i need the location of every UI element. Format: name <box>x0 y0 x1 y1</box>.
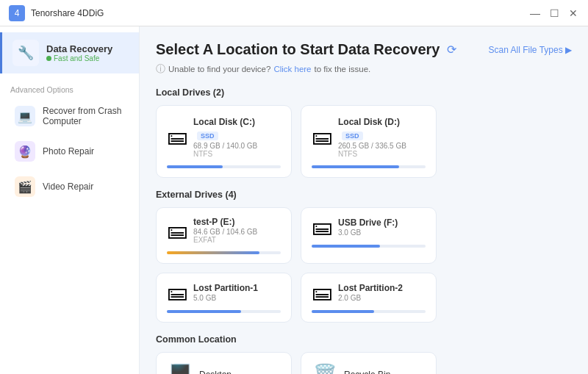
drive-lp1-info: Lost Partition-1 5.0 GB <box>193 283 281 302</box>
drive-f-bar <box>312 245 380 248</box>
drive-lp2-bar <box>312 310 374 313</box>
warning-link[interactable]: Click here <box>273 65 311 73</box>
crash-icon: 💻 <box>15 106 35 126</box>
close-button[interactable]: ✕ <box>567 7 579 19</box>
drive-card-lp2[interactable]: 🖴 Lost Partition-2 2.0 GB <box>301 273 437 323</box>
recycle-icon: 🗑️ <box>313 363 337 374</box>
drive-lp2-header: 🖴 Lost Partition-2 2.0 GB <box>312 282 426 303</box>
drive-e-name: test-P (E:) <box>193 217 281 227</box>
drive-c-name: Local Disk (C:) SSD <box>193 115 281 141</box>
external-drives-section-title: External Drives (4) <box>156 190 572 200</box>
drive-card-lp1[interactable]: 🖴 Lost Partition-1 5.0 GB <box>156 273 292 323</box>
drive-c-header: 🖴 Local Disk (C:) SSD 68.9 GB / 140.0 GB… <box>167 115 281 158</box>
app-logo-icon: 4 <box>9 5 25 21</box>
page-title: Select A Location to Start Data Recovery <box>156 41 440 58</box>
drive-lp2-bar-container <box>312 310 426 313</box>
app-body: 🔧 Data Recovery Fast and Safe Advanced O… <box>0 26 588 374</box>
drive-lp1-bar-container <box>167 310 281 313</box>
sidebar-item-video[interactable]: 🎬 Video Repair <box>4 170 135 203</box>
sidebar-item-data-recovery[interactable]: 🔧 Data Recovery Fast and Safe <box>0 32 139 73</box>
advanced-options-label: Advanced Options <box>0 76 139 98</box>
scan-all-link[interactable]: Scan All File Types ▶ <box>489 45 573 55</box>
drive-lp2-name: Lost Partition-2 <box>338 283 426 293</box>
drive-d-icon: 🖴 <box>312 126 332 147</box>
sidebar-item-photo[interactable]: 🔮 Photo Repair <box>4 135 135 168</box>
local-drives-section-title: Local Drives (2) <box>156 87 572 98</box>
drive-d-header: 🖴 Local Disk (D:) SSD 260.5 GB / 336.5 G… <box>312 115 426 158</box>
drive-lp1-bar <box>167 310 241 313</box>
location-recycle[interactable]: 🗑️ Recycle Bin <box>301 352 437 374</box>
drive-c-bar <box>167 165 223 168</box>
drive-lp2-icon: 🖴 <box>312 282 332 303</box>
desktop-icon: 🖥️ <box>168 363 192 374</box>
warning-row: ⓘ Unable to find your device? Click here… <box>156 62 572 76</box>
drive-d-info: Local Disk (D:) SSD 260.5 GB / 336.5 GB … <box>338 115 426 158</box>
drive-lp1-name: Lost Partition-1 <box>193 283 281 293</box>
sidebar-item-crash[interactable]: 💻 Recover from Crash Computer <box>4 100 135 132</box>
drive-f-info: USB Drive (F:) 3.0 GB <box>338 217 426 237</box>
drive-card-c[interactable]: 🖴 Local Disk (C:) SSD 68.9 GB / 140.0 GB… <box>156 105 292 178</box>
drive-d-bar-container <box>312 165 426 168</box>
drive-e-icon: 🖴 <box>167 220 187 241</box>
drive-d-fs: NTFS <box>338 150 426 158</box>
data-recovery-icon: 🔧 <box>12 40 39 66</box>
drive-lp1-size: 5.0 GB <box>193 294 281 302</box>
drive-c-icon: 🖴 <box>167 126 187 147</box>
main-content: Select A Location to Start Data Recovery… <box>140 26 588 374</box>
drive-d-bar <box>312 165 399 168</box>
drive-c-fs: NTFS <box>193 150 281 158</box>
drive-e-bar-container <box>167 251 281 254</box>
drive-d-size: 260.5 GB / 336.5 GB <box>338 142 426 150</box>
video-icon: 🎬 <box>15 176 35 197</box>
drive-d-name: Local Disk (D:) SSD <box>338 115 426 141</box>
refresh-icon[interactable]: ⟳ <box>447 43 456 57</box>
recycle-label: Recycle Bin <box>344 370 390 375</box>
drive-e-fs: EXFAT <box>193 236 281 244</box>
drive-lp2-info: Lost Partition-2 2.0 GB <box>338 283 426 302</box>
common-location-section-title: Common Location <box>156 334 572 345</box>
drive-c-ssd-badge: SSD <box>197 132 218 140</box>
drive-lp1-header: 🖴 Lost Partition-1 5.0 GB <box>167 282 281 303</box>
data-recovery-subtitle: Fast and Safe <box>46 54 112 62</box>
drive-card-d[interactable]: 🖴 Local Disk (D:) SSD 260.5 GB / 336.5 G… <box>301 105 437 178</box>
drive-c-info: Local Disk (C:) SSD 68.9 GB / 140.0 GB N… <box>193 115 281 158</box>
drive-d-ssd-badge: SSD <box>342 132 363 140</box>
photo-label: Photo Repair <box>43 146 94 157</box>
maximize-button[interactable]: ☐ <box>548 7 560 19</box>
warning-suffix: to fix the issue. <box>315 65 371 73</box>
crash-label: Recover from Crash Computer <box>43 106 124 126</box>
desktop-label: Desktop <box>199 370 232 375</box>
page-title-row: Select A Location to Start Data Recovery… <box>156 41 456 58</box>
page-header: Select A Location to Start Data Recovery… <box>156 41 572 58</box>
app-title: Tenorshare 4DDiG <box>31 8 104 18</box>
drive-f-name: USB Drive (F:) <box>338 217 426 228</box>
drive-card-e[interactable]: 🖴 test-P (E:) 84.6 GB / 104.6 GB EXFAT <box>156 207 292 264</box>
minimize-button[interactable]: — <box>529 7 541 19</box>
external-drives-grid: 🖴 test-P (E:) 84.6 GB / 104.6 GB EXFAT 🖴 <box>156 207 572 323</box>
drive-lp2-size: 2.0 GB <box>338 294 426 302</box>
drive-card-f[interactable]: 🖴 USB Drive (F:) 3.0 GB <box>301 207 437 264</box>
sidebar: 🔧 Data Recovery Fast and Safe Advanced O… <box>0 26 140 374</box>
drive-lp1-icon: 🖴 <box>167 282 187 303</box>
drive-f-icon: 🖴 <box>312 217 332 237</box>
titlebar-controls: — ☐ ✕ <box>529 7 579 19</box>
local-drives-grid: 🖴 Local Disk (C:) SSD 68.9 GB / 140.0 GB… <box>156 105 572 178</box>
info-icon: ⓘ <box>156 62 165 76</box>
location-desktop[interactable]: 🖥️ Desktop <box>156 352 292 374</box>
drive-e-bar <box>167 251 259 254</box>
drive-f-header: 🖴 USB Drive (F:) 3.0 GB <box>312 217 426 237</box>
drive-c-size: 68.9 GB / 140.0 GB <box>193 142 281 150</box>
drive-c-bar-container <box>167 165 281 168</box>
drive-f-bar-container <box>312 245 426 248</box>
titlebar: 4 Tenorshare 4DDiG — ☐ ✕ <box>0 0 588 26</box>
drive-e-info: test-P (E:) 84.6 GB / 104.6 GB EXFAT <box>193 217 281 244</box>
data-recovery-text: Data Recovery Fast and Safe <box>46 43 112 62</box>
drive-e-size: 84.6 GB / 104.6 GB <box>193 228 281 236</box>
warning-text: Unable to find your device? <box>168 65 270 73</box>
photo-icon: 🔮 <box>15 141 35 162</box>
video-label: Video Repair <box>43 181 93 192</box>
drive-f-size: 3.0 GB <box>338 229 426 237</box>
svg-text:4: 4 <box>15 8 20 18</box>
green-dot-icon <box>46 56 51 61</box>
common-locations-grid: 🖥️ Desktop 🗑️ Recycle Bin 📁 Select Folde… <box>156 352 572 374</box>
